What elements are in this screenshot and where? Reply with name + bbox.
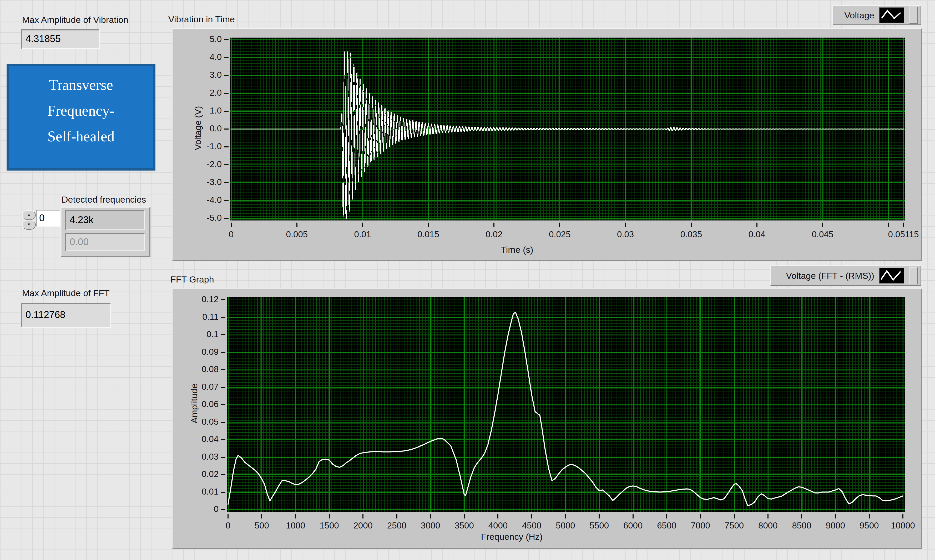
y-tick-mark [221, 404, 225, 405]
x-tick-mark [666, 514, 667, 518]
y-tick-mark [221, 369, 225, 370]
fft-x-axis-title: Frequency (Hz) [459, 532, 565, 542]
x-tick-mark [700, 514, 701, 518]
x-tick-label: 8500 [775, 521, 828, 531]
x-tick-mark [494, 223, 494, 227]
y-tick-label: 0.12 [184, 294, 219, 304]
fft-graph-frame: 0500100015002000250030003500400045005000… [172, 289, 921, 549]
fft-plot-style-icon[interactable] [879, 268, 904, 283]
x-tick-label: 7000 [674, 521, 727, 531]
x-tick-label: 0 [202, 521, 254, 531]
x-tick-label: 0.03 [599, 229, 652, 239]
y-tick-mark [224, 57, 228, 58]
detected-frequency-item-1: 0.00 [65, 233, 145, 251]
y-tick-mark [224, 200, 228, 201]
x-tick-label: 1000 [269, 521, 322, 531]
y-tick-mark [221, 422, 225, 423]
x-tick-mark [767, 514, 768, 518]
max-vibration-indicator: 4.31855 [21, 29, 100, 49]
x-tick-mark [531, 514, 532, 518]
fft-graph-title: FFT Graph [170, 274, 214, 285]
y-tick-label: -5.0 [188, 213, 222, 223]
y-tick-label: 0.11 [184, 312, 219, 322]
labview-front-panel: Max Amplitude of Vibration 4.31855 Trans… [0, 0, 935, 560]
detected-frequencies-label: Detected frequencies [62, 194, 146, 205]
x-tick-label: 4500 [506, 521, 558, 531]
x-tick-label: 0.025 [533, 229, 586, 239]
x-tick-label: 3500 [438, 521, 491, 531]
max-vibration-label: Max Amplitude of Vibration [22, 15, 128, 25]
x-tick-mark [295, 514, 296, 518]
x-tick-mark [397, 514, 397, 518]
y-tick-mark [221, 299, 225, 300]
y-tick-mark [221, 334, 225, 335]
x-tick-mark [835, 514, 836, 518]
x-tick-label: 6000 [607, 521, 659, 531]
vibration-plot-area [230, 38, 905, 220]
max-fft-label: Max Amplitude of FFT [22, 288, 110, 298]
vibration-legend-handle[interactable] [909, 6, 918, 24]
detected-frequency-item-0: 4.23k [65, 210, 145, 230]
x-tick-label: 5000 [539, 521, 592, 531]
y-tick-mark [221, 352, 225, 353]
x-tick-mark [888, 223, 889, 227]
max-fft-indicator: 0.112768 [21, 303, 111, 328]
y-tick-mark [224, 129, 228, 129]
x-tick-mark [261, 514, 262, 518]
x-tick-mark [428, 223, 429, 227]
y-tick-mark [221, 387, 225, 388]
x-tick-mark [903, 514, 903, 518]
x-tick-label: 0 [205, 229, 258, 239]
x-tick-label: 0.005 [271, 229, 323, 239]
y-tick-label: -4.0 [188, 195, 222, 205]
vibration-legend-label: Voltage [844, 10, 874, 20]
y-tick-mark [224, 39, 228, 40]
x-tick-label: 5500 [573, 521, 625, 531]
x-tick-label: 500 [235, 521, 288, 531]
x-tick-label: 2500 [370, 521, 423, 531]
x-tick-mark [329, 514, 330, 518]
fft-legend-handle[interactable] [909, 267, 918, 284]
y-tick-mark [221, 474, 225, 475]
y-tick-mark [221, 509, 225, 510]
x-tick-mark [625, 223, 626, 227]
x-tick-mark [296, 223, 298, 227]
y-tick-mark [224, 218, 228, 219]
x-tick-label: 6500 [640, 521, 693, 531]
array-index-decrement-button[interactable]: ▼ [22, 220, 36, 230]
vibration-graph-frame: 00.0050.010.0150.020.0250.030.0350.040.0… [172, 28, 921, 261]
vibration-legend[interactable]: Voltage [832, 5, 921, 25]
x-tick-label: 0.04 [731, 229, 783, 239]
x-tick-label: 2000 [336, 521, 389, 531]
y-tick-label: 0 [184, 504, 219, 514]
vibration-graph-title: Vibration in Time [168, 14, 235, 25]
banner-line-2: Frequency- [9, 98, 153, 123]
array-index-field[interactable]: 0 [36, 210, 60, 227]
y-tick-mark [221, 317, 225, 318]
x-tick-label: 4000 [472, 521, 524, 531]
x-tick-mark [363, 514, 364, 518]
fft-legend[interactable]: Voltage (FFT - (RMS)) [770, 265, 921, 286]
x-tick-label: 0.015 [402, 229, 455, 239]
vibration-plot-style-icon[interactable] [879, 7, 904, 23]
y-tick-label: 0.02 [184, 469, 219, 479]
y-tick-mark [224, 93, 228, 94]
x-tick-label: 3000 [404, 521, 457, 531]
x-tick-mark [633, 514, 634, 518]
y-tick-mark [221, 439, 225, 440]
x-tick-label: 0.02 [468, 229, 520, 239]
y-tick-mark [224, 182, 228, 183]
vibration-y-axis-title: Voltage (V) [193, 83, 203, 173]
title-banner: Transverse Frequency- Self-healed [6, 64, 156, 171]
x-tick-mark [599, 514, 600, 518]
x-tick-label: 8000 [742, 521, 794, 531]
x-tick-mark [903, 223, 904, 227]
x-tick-label: 7500 [708, 521, 761, 531]
x-tick-label: 0.05115 [877, 229, 930, 239]
max-vibration-value: 4.31855 [22, 30, 99, 48]
banner-line-1: Transverse [9, 72, 153, 98]
array-index-increment-button[interactable]: ▲ [22, 210, 36, 220]
y-tick-label: 0.01 [184, 487, 219, 497]
x-tick-mark [231, 223, 232, 227]
x-tick-label: 9000 [809, 521, 862, 531]
